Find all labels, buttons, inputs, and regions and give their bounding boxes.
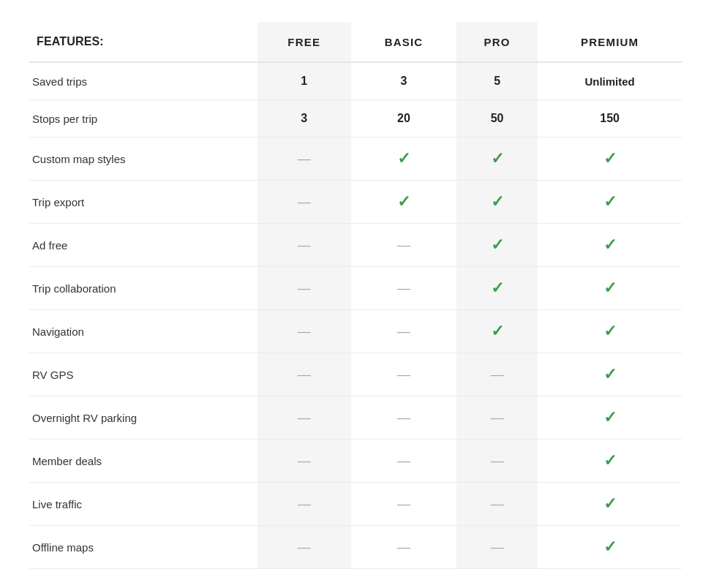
check-icon: ✓	[603, 408, 617, 426]
premium-cell: ✓	[538, 396, 682, 440]
basic-cell: —	[351, 267, 456, 310]
feature-label: Navigation	[29, 310, 257, 353]
pro-cell: —	[456, 353, 538, 396]
basic-cell: 3	[351, 62, 456, 100]
check-icon: ✓	[603, 538, 617, 556]
dash-indicator: —	[298, 281, 311, 295]
check-icon: ✓	[603, 494, 617, 513]
basic-column-header: BASIC	[351, 22, 456, 62]
table-row: Live traffic — — — ✓	[29, 483, 682, 526]
check-icon: ✓	[397, 192, 410, 211]
features-header: Features:	[29, 22, 257, 62]
table-row: RV GPS — — — ✓	[29, 353, 682, 396]
dash-indicator: —	[298, 540, 311, 554]
feature-label: Trip collaboration	[29, 267, 257, 310]
free-cell: —	[257, 137, 351, 181]
dash-indicator: —	[298, 497, 311, 511]
pro-cell: 50	[456, 100, 538, 137]
table-row: Ad free — — ✓ ✓	[29, 224, 682, 267]
premium-cell: 150	[538, 100, 682, 137]
dash-indicator: —	[298, 238, 311, 252]
pro-cell: —	[456, 483, 538, 526]
table-row: Trip export — ✓ ✓ ✓	[29, 181, 682, 224]
check-icon: ✓	[603, 235, 617, 254]
table-header-row: Features: FREE BASIC PRO PREMIUM	[29, 22, 682, 62]
free-cell: —	[257, 267, 351, 310]
free-column-header: FREE	[257, 22, 351, 62]
check-icon: ✓	[603, 322, 617, 340]
free-cell: —	[257, 526, 351, 569]
free-cell: —	[257, 224, 351, 267]
check-icon: ✓	[491, 149, 504, 167]
basic-cell: —	[351, 396, 456, 440]
check-icon: ✓	[603, 279, 617, 297]
dash-indicator: —	[491, 367, 504, 382]
dash-indicator: —	[298, 367, 311, 382]
pro-cell: —	[456, 440, 538, 483]
pro-column-header: PRO	[456, 22, 538, 62]
pro-cell: —	[456, 396, 538, 440]
dash-indicator: —	[298, 151, 311, 166]
pro-cell: 5	[456, 62, 538, 100]
premium-cell: ✓	[538, 181, 682, 224]
feature-label: Live traffic	[29, 483, 257, 526]
dash-indicator: —	[397, 540, 410, 554]
feature-label: Ad free	[29, 224, 257, 267]
premium-cell: ✓	[538, 267, 682, 310]
dash-indicator: —	[397, 410, 410, 425]
check-icon: ✓	[397, 149, 410, 167]
check-icon: ✓	[603, 192, 617, 211]
dash-indicator: —	[397, 497, 410, 511]
table-row: Custom map styles — ✓ ✓ ✓	[29, 137, 682, 181]
free-cell: —	[257, 483, 351, 526]
pricing-table: Features: FREE BASIC PRO PREMIUM Saved t…	[29, 22, 682, 569]
pricing-table-container: Features: FREE BASIC PRO PREMIUM Saved t…	[15, 15, 696, 584]
free-cell: 1	[257, 62, 351, 100]
premium-cell: ✓	[538, 483, 682, 526]
premium-column-header: PREMIUM	[538, 22, 682, 62]
basic-cell: ✓	[351, 137, 456, 181]
dash-indicator: —	[397, 367, 410, 382]
dash-indicator: —	[491, 453, 504, 468]
dash-indicator: —	[298, 324, 311, 339]
pro-cell: ✓	[456, 137, 538, 181]
dash-indicator: —	[298, 410, 311, 425]
dash-indicator: —	[491, 497, 504, 511]
check-icon: ✓	[491, 322, 504, 340]
free-cell: —	[257, 353, 351, 396]
premium-cell: ✓	[538, 440, 682, 483]
premium-cell: ✓	[538, 310, 682, 353]
feature-label: Member deals	[29, 440, 257, 483]
basic-cell: —	[351, 353, 456, 396]
premium-cell: ✓	[538, 224, 682, 267]
dash-indicator: —	[491, 540, 504, 554]
basic-cell: —	[351, 310, 456, 353]
basic-cell: —	[351, 440, 456, 483]
basic-cell: —	[351, 224, 456, 267]
premium-cell: Unlimited	[538, 62, 682, 100]
check-icon: ✓	[603, 365, 617, 383]
check-icon: ✓	[491, 235, 504, 254]
premium-cell: ✓	[538, 526, 682, 569]
free-cell: —	[257, 310, 351, 353]
dash-indicator: —	[298, 195, 311, 209]
feature-label: Overnight RV parking	[29, 396, 257, 440]
free-cell: —	[257, 440, 351, 483]
pro-cell: ✓	[456, 267, 538, 310]
pro-cell: ✓	[456, 224, 538, 267]
table-row: Overnight RV parking — — — ✓	[29, 396, 682, 440]
premium-cell: ✓	[538, 353, 682, 396]
feature-label: Custom map styles	[29, 137, 257, 181]
free-cell: —	[257, 181, 351, 224]
feature-label: Offline maps	[29, 526, 257, 569]
basic-cell: ✓	[351, 181, 456, 224]
check-icon: ✓	[491, 279, 504, 297]
check-icon: ✓	[603, 149, 617, 167]
table-row: Saved trips 1 3 5 Unlimited	[29, 62, 682, 100]
pro-cell: ✓	[456, 310, 538, 353]
dash-indicator: —	[397, 324, 410, 339]
basic-cell: —	[351, 483, 456, 526]
basic-cell: —	[351, 526, 456, 569]
dash-indicator: —	[397, 238, 410, 252]
pro-cell: ✓	[456, 181, 538, 224]
